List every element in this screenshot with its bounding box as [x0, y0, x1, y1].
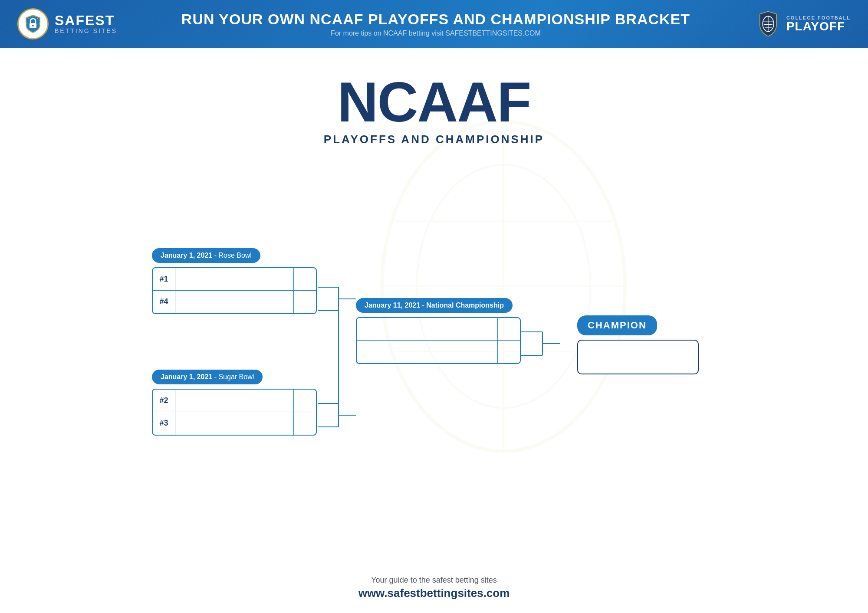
cfp-text: COLLEGE FOOTBALL PLAYOFF [786, 15, 851, 33]
footer-url: www.safestbettingsites.com [0, 587, 868, 600]
champ-date: January 11, 2021 [365, 302, 420, 309]
championship-group: January 11, 2021 - National Championship [356, 298, 521, 364]
header-title: RUN YOUR OWN NCAAF PLAYOFFS AND CHAMPION… [117, 10, 754, 38]
svg-point-1 [32, 25, 34, 26]
score-2 [293, 390, 316, 412]
sugar-bowl-label: January 1, 2021 - Sugar Bowl [152, 370, 263, 384]
svg-point-5 [37, 18, 38, 19]
svg-point-4 [28, 18, 29, 19]
team-name-1 [175, 268, 293, 290]
ncaaf-title: NCAAF PLAYOFFS AND CHAMPIONSHIP [0, 48, 868, 146]
seed-3: #3 [153, 412, 175, 435]
svg-point-6 [33, 16, 33, 17]
sugar-bowl-matchup: #2 #3 [152, 389, 317, 436]
cfp-playoff: PLAYOFF [786, 20, 845, 33]
svg-point-3 [39, 23, 39, 24]
seed-4: #4 [153, 291, 175, 313]
header-title-sub: For more tips on NCAAF betting visit SAF… [117, 30, 754, 37]
champion-box [577, 340, 699, 374]
champion-group: CHAMPION [560, 315, 699, 374]
main-content: NCAAF PLAYOFFS AND CHAMPIONSHIP January … [0, 48, 868, 613]
team-row-3: #3 [153, 412, 316, 435]
champ-score-1 [497, 318, 520, 340]
sugar-bowl-group: January 1, 2021 - Sugar Bowl #2 #3 [152, 370, 317, 436]
header-title-main: RUN YOUR OWN NCAAF PLAYOFFS AND CHAMPION… [117, 10, 754, 28]
team-row-4: #4 [153, 291, 316, 313]
champ-team-row-2 [357, 341, 520, 363]
score-1 [293, 268, 316, 290]
championship-matchup [356, 317, 521, 364]
logo-betting: BETTING SITES [55, 27, 117, 34]
champ-team-row-1 [357, 318, 520, 341]
champ-score-2 [497, 341, 520, 363]
champion-label: CHAMPION [577, 315, 657, 335]
championship-label: January 11, 2021 - National Championship [356, 298, 513, 313]
champ-name: - National Championship [420, 302, 504, 309]
sugar-bowl-name: - Sugar Bowl [212, 373, 254, 380]
cfp-logo: COLLEGE FOOTBALL PLAYOFF [754, 10, 851, 38]
score-3 [293, 412, 316, 435]
logo-safest: SAFEST [55, 13, 117, 27]
sugar-bowl-date: January 1, 2021 [161, 373, 212, 380]
team-row-1: #1 [153, 268, 316, 291]
team-name-2 [175, 390, 293, 412]
logo-text: SAFEST BETTING SITES [55, 13, 117, 34]
champ-team-1 [357, 318, 497, 340]
header-right: COLLEGE FOOTBALL PLAYOFF [754, 10, 851, 38]
team-name-3 [175, 412, 293, 435]
team-name-4 [175, 291, 293, 313]
seed-1: #1 [153, 268, 175, 290]
score-4 [293, 291, 316, 313]
rose-bowl-date: January 1, 2021 [161, 252, 212, 259]
champ-team-2 [357, 341, 497, 363]
header: SAFEST BETTING SITES RUN YOUR OWN NCAAF … [0, 0, 868, 48]
footer-guide: Your guide to the safest betting sites [0, 576, 868, 585]
rose-bowl-name: - Rose Bowl [212, 252, 252, 259]
cfp-shield-icon [754, 10, 782, 38]
seed-2: #2 [153, 390, 175, 412]
logo-shield [17, 8, 49, 39]
rose-bowl-group: January 1, 2021 - Rose Bowl #1 #4 [152, 248, 317, 314]
ncaaf-main: NCAAF [0, 74, 868, 130]
rose-bowl-label: January 1, 2021 - Rose Bowl [152, 248, 260, 263]
team-row-2: #2 [153, 390, 316, 412]
rose-bowl-matchup: #1 #4 [152, 267, 317, 314]
footer: Your guide to the safest betting sites w… [0, 576, 868, 600]
ncaaf-sub: PLAYOFFS AND CHAMPIONSHIP [0, 133, 868, 146]
logo-container: SAFEST BETTING SITES [17, 8, 117, 39]
svg-point-2 [26, 23, 27, 24]
